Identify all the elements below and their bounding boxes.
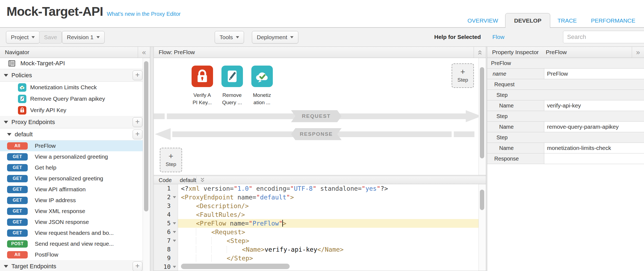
code-token: " <box>249 220 252 227</box>
code-line[interactable]: <ProxyEndpoint name="default"> <box>178 193 479 202</box>
save-button[interactable]: Save <box>39 31 62 44</box>
scrollbar-thumb[interactable] <box>480 190 484 210</box>
inspector-property-value[interactable]: verify-api-key <box>544 100 644 111</box>
fold-toggle-icon[interactable] <box>173 266 176 268</box>
code-token: <FaultRules/> <box>196 211 245 218</box>
scrollbar-thumb[interactable] <box>144 61 148 211</box>
nav-flow-item[interactable]: GETView XML response <box>0 206 150 217</box>
inspector-rows: PreFlownamePreFlowRequestStepNameverify-… <box>487 58 644 164</box>
method-badge: GET <box>7 197 28 204</box>
add-step-request-button[interactable]: + Step <box>452 63 474 88</box>
add-step-response-button[interactable]: + Step <box>160 148 182 172</box>
nav-row-api-root[interactable]: Mock-Target-API <box>0 58 150 69</box>
flow-policy-step[interactable]: Verify A PI Key... <box>187 66 217 106</box>
code-editor[interactable]: 12345678910 <?xml version="1.0" encoding… <box>154 184 486 271</box>
nav-subsection-default[interactable]: default+ <box>0 128 150 140</box>
flow-canvas[interactable]: Verify A PI Key...Remove Query ...Moneti… <box>154 58 486 175</box>
tab-bar: OVERVIEWDEVELOPTRACEPERFORMANCE <box>460 13 642 28</box>
code-scrollbar[interactable] <box>479 184 486 271</box>
nav-policy-item[interactable]: Remove Query Param apikey <box>0 93 150 104</box>
flow-policy-step[interactable]: Remove Query ... <box>217 66 247 106</box>
nav-section-target-endpoints[interactable]: Target Endpoints+ <box>0 260 150 271</box>
inspector-property-value[interactable]: monetization-limits-check <box>544 143 644 153</box>
inspector-section-row: Step <box>487 132 644 143</box>
flow-code-panel: Flow: PreFlow Verify A PI Key...Remove Q… <box>154 47 486 271</box>
search-input[interactable] <box>563 31 644 43</box>
inspector-property-label: Name <box>487 122 544 132</box>
collapse-navigator-icon[interactable]: « <box>138 47 150 58</box>
nav-policy-item[interactable]: Monetization Limits Check <box>0 82 150 93</box>
tab-develop[interactable]: DEVELOP <box>505 13 550 28</box>
code-token: <PreFlow <box>196 220 226 227</box>
nav-flow-item[interactable]: GETView API affirmation <box>0 184 150 195</box>
nav-flow-label: PostFlow <box>35 251 58 258</box>
indent <box>181 211 196 218</box>
code-line[interactable]: <?xml version="1.0" encoding="UTF-8" sta… <box>178 184 479 193</box>
revision-button[interactable]: Revision 1 <box>62 31 105 44</box>
collapse-flow-icon[interactable] <box>474 47 486 58</box>
tools-button[interactable]: Tools <box>215 31 244 44</box>
code-line[interactable]: <Name>verify-api-key</Name> <box>178 245 479 254</box>
tab-performance[interactable]: PERFORMANCE <box>584 14 642 28</box>
project-button-label: Project <box>11 34 29 41</box>
nav-section-policies[interactable]: Policies+ <box>0 69 150 82</box>
nav-flow-item[interactable]: GETView IP address <box>0 195 150 206</box>
inspector-section-label: PreFlow <box>487 58 511 68</box>
code-line[interactable]: <PreFlow name="PreFlow"> <box>178 219 479 228</box>
nav-flow-item[interactable]: POSTSend request and view reque... <box>0 238 150 249</box>
fold-toggle-icon[interactable] <box>173 196 176 198</box>
collapse-code-icon[interactable] <box>196 176 208 184</box>
inspector-property-value[interactable] <box>544 153 644 164</box>
code-token: " <box>279 220 283 227</box>
flow-policy-step[interactable]: Monetiz ation ... <box>247 66 277 106</box>
add-button[interactable]: + <box>133 70 142 80</box>
proxy-editor-app: Mock-Target-API What's new in the Proxy … <box>0 0 644 271</box>
inspector-property-row: Nameverify-api-key <box>487 100 644 111</box>
whats-new-link[interactable]: What's new in the Proxy Editor <box>107 11 181 17</box>
nav-flow-item[interactable]: GETGet help <box>0 162 150 173</box>
code-line[interactable]: </Step> <box>178 254 479 263</box>
code-tab-default[interactable]: default <box>180 177 196 183</box>
help-flow-link[interactable]: Flow <box>492 34 504 40</box>
code-line[interactable]: <FaultRules/> <box>178 210 479 219</box>
method-badge: GET <box>7 153 28 161</box>
nav-section-proxy-endpoints[interactable]: Proxy Endpoints+ <box>0 116 150 128</box>
indent <box>211 255 227 262</box>
tab-trace[interactable]: TRACE <box>550 14 584 28</box>
code-token: > <box>283 220 286 227</box>
fold-toggle-icon[interactable] <box>173 240 176 242</box>
nav-flow-item[interactable]: GETView request headers and bo... <box>0 227 150 238</box>
navigator-scrollbar[interactable] <box>143 58 150 271</box>
code-token: verify-api-key <box>265 246 317 253</box>
code-horizontal-scrollbar[interactable] <box>181 264 290 269</box>
nav-policy-item[interactable]: Verify API Key <box>0 104 150 116</box>
code-token: " <box>377 185 380 192</box>
nav-flow-item[interactable]: GETView JSON response <box>0 217 150 227</box>
scrollbar-thumb[interactable] <box>480 67 484 158</box>
nav-flow-item[interactable]: AllPostFlow <box>0 249 150 260</box>
fold-toggle-icon[interactable] <box>173 231 176 233</box>
nav-flow-item[interactable]: AllPreFlow <box>0 140 150 151</box>
code-lines[interactable]: <?xml version="1.0" encoding="UTF-8" sta… <box>178 184 479 271</box>
code-line[interactable]: <Request> <box>178 228 479 236</box>
nav-flow-label: View personalized greeting <box>35 175 103 182</box>
inspector-property-value[interactable]: PreFlow <box>544 69 644 79</box>
inspector-property-value[interactable]: remove-query-param-apikey <box>544 122 644 132</box>
add-button[interactable]: + <box>133 117 142 127</box>
expand-inspector-icon[interactable]: » <box>632 47 644 58</box>
fold-toggle-icon[interactable] <box>173 222 176 224</box>
gutter-line: 2 <box>154 193 178 202</box>
project-button[interactable]: Project <box>6 31 40 44</box>
add-button[interactable]: + <box>133 261 142 271</box>
nav-flow-item[interactable]: GETView a personalized greeting <box>0 151 150 162</box>
deployment-button[interactable]: Deployment <box>252 31 298 44</box>
add-button[interactable]: + <box>133 130 142 139</box>
code-gutter: 12345678910 <box>154 184 178 271</box>
flow-scrollbar[interactable] <box>479 58 486 175</box>
code-token: <ProxyEndpoint <box>181 194 234 201</box>
indent <box>196 229 211 236</box>
tab-overview[interactable]: OVERVIEW <box>460 14 505 28</box>
code-line[interactable]: <Step> <box>178 236 479 245</box>
code-line[interactable]: <Description/> <box>178 202 479 210</box>
nav-flow-item[interactable]: GETView personalized greeting <box>0 173 150 184</box>
